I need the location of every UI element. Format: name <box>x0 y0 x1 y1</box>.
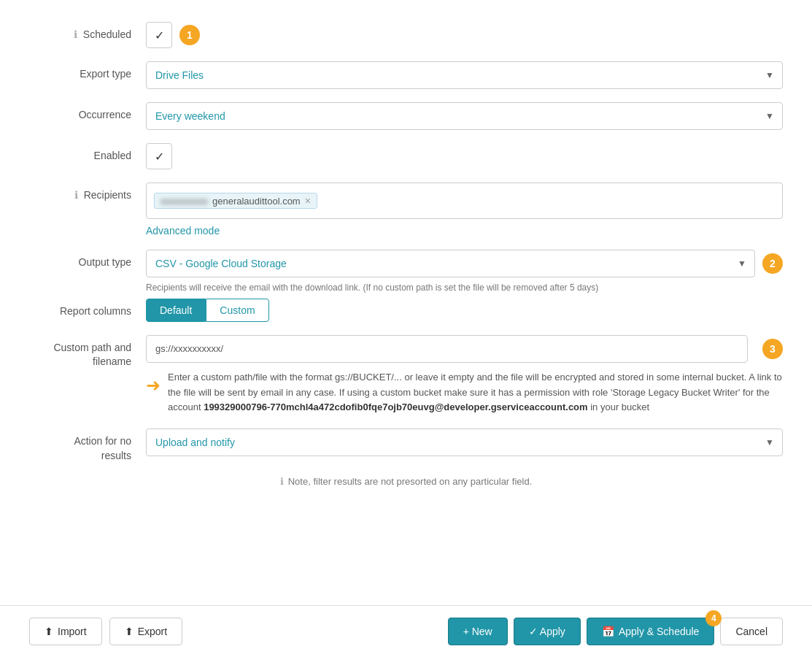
enabled-checkbox[interactable]: ✓ <box>146 143 172 169</box>
remove-recipient-button[interactable]: × <box>305 195 311 207</box>
footer: ⬆ Import ⬆ Export + New ✓ Apply 📅 Apply … <box>0 605 812 657</box>
info-icon-note: ℹ <box>280 476 284 487</box>
export-type-select[interactable]: Drive Files Spreadsheet CSV <box>146 61 783 89</box>
custom-path-label-text: Custom path andfilename <box>53 342 131 368</box>
export-icon: ⬆ <box>125 626 134 637</box>
report-columns-custom-button[interactable]: Custom <box>206 299 268 322</box>
report-columns-default-button[interactable]: Default <box>146 299 206 322</box>
action-label: Action for noresults <box>29 429 146 463</box>
apply-schedule-wrap: 📅 Apply & Schedule 4 <box>587 618 715 645</box>
footer-badge-4: 4 <box>705 610 722 626</box>
action-label-text: Action for noresults <box>74 435 131 461</box>
recipient-tag: xxxxxxxxxxgeneralaudittool.com × <box>154 193 317 209</box>
scheduled-checkbox[interactable]: ✓ <box>146 22 172 48</box>
arrow-right-icon: ➜ <box>146 372 161 399</box>
custom-path-control: 3 ➜ Enter a custom path/file with the fo… <box>146 335 783 415</box>
output-type-select-wrap: CSV - Google Cloud Storage CSV JSON Exce… <box>146 250 783 277</box>
footer-left: ⬆ Import ⬆ Export <box>29 618 182 645</box>
output-type-label: Output type <box>29 250 146 270</box>
action-select[interactable]: Upload and notify Skip upload Notify onl… <box>146 429 783 456</box>
export-type-control: Drive Files Spreadsheet CSV ▼ <box>146 61 783 89</box>
new-button[interactable]: + New <box>448 618 508 645</box>
recipients-label: ℹ Recipients <box>29 182 146 203</box>
occurrence-control: Every weekend Daily Weekly Monthly ▼ <box>146 102 783 130</box>
export-type-label: Export type <box>29 61 146 82</box>
calendar-icon: 📅 <box>602 626 614 637</box>
report-columns-control: Default Custom <box>146 299 783 322</box>
enabled-checkmark-icon: ✓ <box>155 150 164 164</box>
custom-path-badge: 3 <box>762 339 783 359</box>
output-type-control: CSV - Google Cloud Storage CSV JSON Exce… <box>146 250 783 294</box>
checkmark-icon: ✓ <box>155 28 164 42</box>
import-button[interactable]: ⬆ Import <box>29 618 102 645</box>
export-button[interactable]: ⬆ Export <box>109 618 182 645</box>
output-type-select[interactable]: CSV - Google Cloud Storage CSV JSON Exce… <box>146 250 755 277</box>
custom-path-info: ➜ Enter a custom path/file with the form… <box>146 370 783 415</box>
advanced-mode-link[interactable]: Advanced mode <box>146 225 220 237</box>
cancel-button[interactable]: Cancel <box>720 618 783 645</box>
info-text: Enter a custom path/file with the format… <box>168 370 783 415</box>
service-account-text: 199329000796-770mchl4a472cdofib0fqe7ojb7… <box>204 402 587 412</box>
recipient-blur: xxxxxxxxxx <box>161 196 208 207</box>
occurrence-select[interactable]: Every weekend Daily Weekly Monthly <box>146 102 783 130</box>
enabled-label: Enabled <box>29 143 146 164</box>
scheduled-label: ℹ Scheduled <box>29 22 146 42</box>
occurrence-select-wrap: Every weekend Daily Weekly Monthly ▼ <box>146 102 783 130</box>
scheduled-badge: 1 <box>179 25 200 45</box>
note-text: Note, filter results are not presorted o… <box>288 476 533 487</box>
apply-schedule-button[interactable]: 📅 Apply & Schedule <box>587 618 715 645</box>
recipients-box[interactable]: xxxxxxxxxxgeneralaudittool.com × <box>146 182 783 219</box>
apply-button[interactable]: ✓ Apply <box>514 618 581 645</box>
action-control: Upload and notify Skip upload Notify onl… <box>146 429 783 456</box>
report-columns-label: Report columns <box>29 299 146 319</box>
import-icon: ⬆ <box>45 626 53 637</box>
occurrence-label: Occurrence <box>29 102 146 123</box>
recipient-domain: generalaudittool.com <box>212 196 301 207</box>
recipients-control: xxxxxxxxxxgeneralaudittool.com × Advance… <box>146 182 783 237</box>
info-icon-scheduled: ℹ <box>74 28 77 40</box>
enabled-control: ✓ <box>146 143 783 169</box>
info-icon-recipients: ℹ <box>74 189 78 201</box>
footer-right: + New ✓ Apply 📅 Apply & Schedule 4 Cance… <box>448 618 783 645</box>
scheduled-control: ✓ 1 <box>146 22 783 48</box>
action-select-wrap: Upload and notify Skip upload Notify onl… <box>146 429 783 456</box>
export-type-select-wrap: Drive Files Spreadsheet CSV ▼ <box>146 61 783 89</box>
custom-path-input[interactable] <box>146 335 748 363</box>
note-row: ℹ Note, filter results are not presorted… <box>29 476 783 487</box>
report-columns-toggle: Default Custom <box>146 299 783 322</box>
custom-path-label: Custom path andfilename <box>29 335 146 369</box>
output-type-note: Recipients will receive the email with t… <box>146 282 783 294</box>
output-type-badge: 2 <box>762 253 783 274</box>
